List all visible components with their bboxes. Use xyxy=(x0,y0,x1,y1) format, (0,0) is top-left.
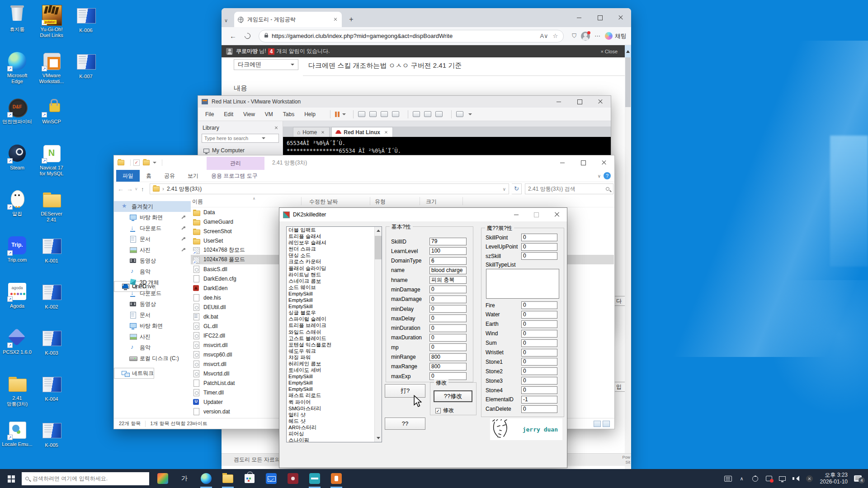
skill-listbox[interactable]: 더블 임팩트트리플 슬래셔레인보우 슬래셔썬더 스파크댄싱 소드크로스 카운터플… xyxy=(286,226,382,442)
skill-item[interactable]: 와일드 스매쉬 xyxy=(287,329,382,335)
copilot-chat-button[interactable]: 채팅 xyxy=(605,32,627,40)
desktop-icon[interactable]: K-002 xyxy=(34,279,69,325)
skill-item[interactable]: 챠징 파워 xyxy=(287,354,382,361)
ribbon-collapse-chevron-icon[interactable]: ∨ xyxy=(598,174,601,178)
library-tree-item-my-computer[interactable]: My Computer xyxy=(198,143,283,154)
new-folder-icon[interactable] xyxy=(143,160,150,165)
field-input[interactable]: blood charge xyxy=(429,267,467,274)
tab-close-icon[interactable] xyxy=(384,131,387,134)
volume-muted-icon[interactable] xyxy=(789,469,803,488)
taskbar-edge[interactable] xyxy=(195,469,217,488)
field-input[interactable]: 0 xyxy=(521,311,557,319)
desktop-icon[interactable]: WinSCP xyxy=(34,95,69,141)
skill-list-scrollbar[interactable] xyxy=(374,227,382,442)
desktop-icon[interactable]: 던전앤파이터 xyxy=(0,95,34,141)
desktop-icon[interactable]: 알집 xyxy=(0,187,34,233)
explorer-search-box[interactable] xyxy=(525,183,613,194)
menu-item[interactable]: View xyxy=(243,111,255,117)
tab-close-icon[interactable] xyxy=(334,18,337,21)
nav-back-icon[interactable]: ← xyxy=(118,185,124,192)
skill-item[interactable]: 스나이핑 xyxy=(287,437,382,442)
extra-button[interactable]: ?? xyxy=(385,418,425,430)
desktop-icon[interactable]: Agoda xyxy=(0,279,34,325)
column-header-type[interactable]: 유형 xyxy=(375,198,386,206)
desktop-icon[interactable]: Navicat 17 for MySQL xyxy=(34,141,69,187)
sidebar-item[interactable]: 로컬 디스크 (C:) xyxy=(114,353,191,364)
field-input[interactable]: 0 xyxy=(521,234,557,241)
ime-pad-icon[interactable] xyxy=(722,469,735,488)
properties-icon[interactable]: ✓ xyxy=(133,160,140,166)
screen-capture-icon[interactable] xyxy=(762,469,776,488)
field-input[interactable]: 79 xyxy=(429,238,467,245)
skill-type-listbox[interactable] xyxy=(486,269,559,299)
refresh-icon[interactable]: ↻ xyxy=(512,183,522,194)
show-thumbnails-icon[interactable] xyxy=(435,111,443,117)
desktop-icon[interactable]: 휴지통 xyxy=(0,3,34,49)
sidebar-item[interactable]: 3D 개체 xyxy=(114,277,191,288)
field-input[interactable]: 0 xyxy=(521,301,557,309)
skill-item[interactable]: 허리케인 콤보 xyxy=(287,361,382,367)
tab-home[interactable]: ⌂ Home xyxy=(293,127,330,137)
desktop-icon[interactable]: K-005 xyxy=(34,418,69,464)
taskbar-app-red[interactable] xyxy=(282,469,304,488)
scroll-up-arrow[interactable] xyxy=(625,45,631,57)
tab-close-icon[interactable] xyxy=(321,131,325,134)
scrollbar-thumb[interactable] xyxy=(375,236,382,259)
ribbon-tab[interactable]: 공유 xyxy=(158,170,181,182)
desktop-icon[interactable]: PCSX2 1.6.0 xyxy=(0,325,34,371)
power-dropdown-icon[interactable] xyxy=(342,113,346,117)
ribbon-tab[interactable]: 파일 xyxy=(116,170,140,182)
desktop-icon[interactable]: Locale Emu... xyxy=(0,418,34,464)
breadcrumb-path[interactable]: 2.41 망퉁(3차) xyxy=(167,185,202,193)
vmware-close-button[interactable] xyxy=(590,96,611,108)
search-dropdown-icon[interactable] xyxy=(262,137,265,141)
skill-item[interactable]: SMG마스터리 xyxy=(287,405,382,412)
skill-item[interactable]: 헤드 샷 xyxy=(287,418,382,424)
browser-tab[interactable]: 게임도리 - 게임공략 xyxy=(234,12,342,27)
explorer-titlebar[interactable]: ✓ 관리 2.41 망퉁(3차) xyxy=(114,155,614,170)
field-input[interactable]: 0 xyxy=(521,358,557,366)
sidebar-item[interactable]: 동영상 xyxy=(114,255,191,266)
field-input[interactable]: 0 xyxy=(521,386,557,394)
sidebar-item[interactable]: 음악 xyxy=(114,266,191,277)
modify-button[interactable]: ??修改 xyxy=(434,390,472,402)
field-input[interactable]: 0 xyxy=(429,314,467,322)
field-input[interactable]: 800 xyxy=(429,353,467,361)
action-center-icon[interactable]: 4 xyxy=(854,475,862,482)
desktop-icon[interactable]: K-007 xyxy=(69,49,103,95)
skill-item[interactable]: 댄싱 소드 xyxy=(287,252,382,258)
field-input[interactable]: 6 xyxy=(429,257,467,265)
sidebar-item[interactable]: 네트워크 xyxy=(114,368,154,379)
skill-item[interactable]: 피어싱 xyxy=(287,431,382,437)
favorite-star-icon[interactable]: ☆ xyxy=(553,33,558,39)
desktop-icon[interactable]: Microsoft Edge xyxy=(0,49,34,95)
explorer-minimize-button[interactable] xyxy=(552,155,573,170)
field-input[interactable]: 0 xyxy=(521,320,557,328)
scroll-up-arrow[interactable] xyxy=(375,227,382,234)
menu-item[interactable]: Help xyxy=(304,111,316,117)
taskbar-app-teal[interactable] xyxy=(304,469,326,488)
details-view-icon[interactable] xyxy=(594,421,601,427)
field-input[interactable]: 0 xyxy=(521,330,557,338)
snapshot-revert-icon[interactable] xyxy=(381,111,388,117)
sidebar-item[interactable]: 다운로드 xyxy=(114,288,191,299)
skill-item[interactable]: 라이트닝 핸드 xyxy=(287,272,382,278)
show-console-icon[interactable] xyxy=(424,111,431,117)
snapshot-take-icon[interactable] xyxy=(369,111,377,117)
sidebar-item[interactable]: 음악 xyxy=(114,342,191,353)
sidebar-item[interactable]: 사진 xyxy=(114,331,191,342)
post-title-input[interactable]: 다크에덴 스킬 개조하는법 ㅇㅅㅇ 구버전 2.41 기준 xyxy=(308,61,462,70)
library-close-icon[interactable] xyxy=(274,126,278,130)
explorer-close-button[interactable] xyxy=(594,155,614,170)
vmware-minimize-button[interactable] xyxy=(548,96,569,108)
skill-item[interactable]: 플래쉬 슬라이딩 xyxy=(287,265,382,272)
start-button[interactable] xyxy=(0,469,22,488)
dk-close-button[interactable] xyxy=(547,208,567,221)
read-aloud-icon[interactable]: A∨ xyxy=(540,33,548,39)
power-pause-button[interactable] xyxy=(335,112,341,117)
sidebar-item[interactable]: 즐겨찾기 xyxy=(114,201,191,212)
taskbar-mail[interactable] xyxy=(260,469,282,488)
scrollbar-thumb[interactable] xyxy=(625,57,631,107)
sidebar-item[interactable]: 사진 xyxy=(114,244,191,255)
network-icon[interactable] xyxy=(776,469,789,488)
